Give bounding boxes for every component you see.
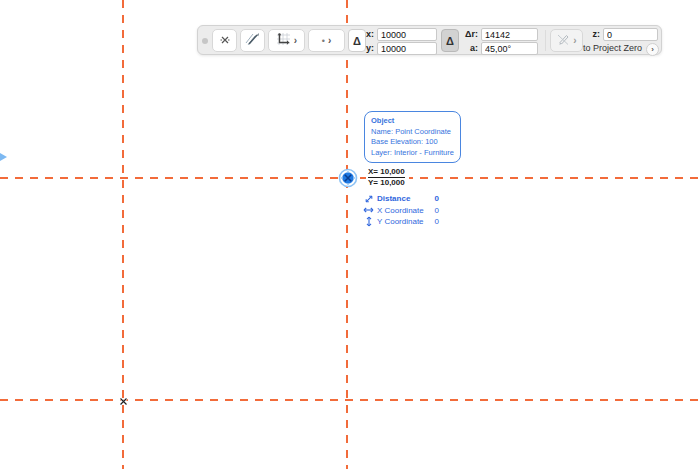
tracker-label: Distance bbox=[377, 194, 424, 203]
vertical-arrow-icon bbox=[363, 217, 374, 227]
z-coordinate-input[interactable] bbox=[603, 28, 658, 41]
angle-input[interactable] bbox=[481, 42, 538, 55]
radius-input[interactable] bbox=[481, 28, 538, 41]
coordinate-toolbar[interactable]: › • › Δ x: y: Δ Δr: a: › z: bbox=[197, 25, 662, 55]
guide-line-horizontal-bottom[interactable] bbox=[0, 399, 700, 401]
snap-x-icon bbox=[219, 32, 231, 50]
coordinate-y-text: Y= 10,000 bbox=[368, 178, 405, 187]
chevron-right-icon: › bbox=[294, 36, 297, 46]
diagonal-arrow-icon bbox=[363, 194, 374, 204]
reference-level-menu-button[interactable]: › bbox=[646, 43, 659, 56]
tooltip-line: Name: Point Coordinate bbox=[371, 127, 454, 138]
tracker-row-y: Y Coordinate 0 bbox=[363, 216, 439, 228]
toolbar-divider bbox=[545, 30, 546, 51]
drawing-canvas[interactable]: › • › Δ x: y: Δ Δr: a: › z: bbox=[0, 0, 700, 469]
angle-field-label: a: bbox=[460, 42, 478, 55]
tooltip-line: Base Elevation: 100 bbox=[371, 137, 454, 148]
snap-cursor-icon bbox=[338, 168, 358, 188]
tracker-label: Y Coordinate bbox=[377, 217, 424, 226]
tracker-value[interactable]: 0 bbox=[427, 194, 439, 203]
y-field-label: y: bbox=[360, 42, 374, 55]
tracker-label: X Coordinate bbox=[377, 206, 424, 215]
tracker-palette[interactable]: Distance 0 X Coordinate 0 Y Coordinate 0 bbox=[361, 192, 441, 229]
element-info-tooltip: Object Name: Point Coordinate Base Eleva… bbox=[364, 111, 461, 163]
horizontal-arrow-icon bbox=[363, 205, 374, 215]
y-coordinate-input[interactable] bbox=[377, 42, 437, 55]
tracker-row-x: X Coordinate 0 bbox=[363, 205, 439, 217]
coordinate-x-text: X= 10,000 bbox=[368, 167, 405, 178]
snap-point-button[interactable] bbox=[212, 29, 237, 52]
chevron-right-icon: › bbox=[328, 36, 331, 46]
x-field-label: x: bbox=[360, 28, 374, 41]
edge-arrow-icon bbox=[0, 148, 8, 166]
z-field-label: z: bbox=[587, 28, 600, 41]
reference-level-label: to Project Zero bbox=[566, 42, 642, 55]
dot-icon: • bbox=[322, 36, 325, 46]
radius-field-label: Δr: bbox=[460, 28, 478, 41]
cursor-coordinate-readout: X= 10,000 Y= 10,000 bbox=[366, 166, 409, 188]
tracker-value[interactable]: 0 bbox=[427, 217, 439, 226]
tracker-value[interactable]: 0 bbox=[427, 206, 439, 215]
guide-lines-button[interactable] bbox=[240, 29, 265, 52]
grid-origin-button[interactable]: › bbox=[268, 29, 305, 52]
tooltip-line: Layer: Interior - Furniture bbox=[371, 148, 454, 159]
relative-polar-toggle-button[interactable]: Δ bbox=[441, 29, 459, 52]
origin-cross-icon bbox=[117, 394, 130, 412]
tracker-row-distance: Distance 0 bbox=[363, 193, 439, 205]
snap-guides-options-button[interactable]: • › bbox=[308, 29, 345, 52]
tooltip-title: Object bbox=[371, 116, 454, 127]
guide-sketch-icon bbox=[245, 32, 260, 50]
x-coordinate-input[interactable] bbox=[377, 28, 437, 41]
toolbar-drag-handle[interactable] bbox=[202, 38, 208, 44]
grid-origin-icon bbox=[276, 32, 291, 50]
